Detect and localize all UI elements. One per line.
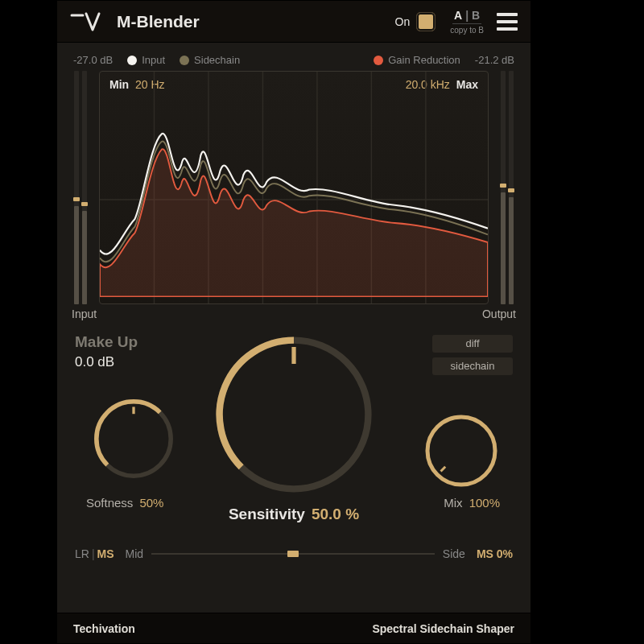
spectrum-row: Min 20 Hz 20.0 kHz Max [57,71,530,304]
logo-icon [70,10,105,33]
footer-bar: Techivation Spectral Sidechain Shaper [57,613,530,643]
input-meter-label: Input [72,308,97,320]
softness-label-group: Softness 50% [86,496,163,510]
spectrum-curves [100,72,488,297]
mix-label-group: Mix 100% [444,496,500,510]
sidechain-listen-button[interactable]: sidechain [432,357,513,375]
gain-reduction-curve [100,149,488,296]
power-label: On [395,15,411,28]
menu-icon[interactable] [497,13,518,31]
input-dot-icon [127,56,137,65]
legend-sidechain: Sidechain [180,54,240,66]
svg-point-12 [427,417,495,485]
legend-input: Input [127,54,165,66]
softness-knob[interactable] [89,394,178,483]
ms-balance-slider[interactable]: Mid Side [126,547,465,560]
output-db-readout: -21.2 dB [475,54,514,66]
mix-value[interactable]: 100% [469,496,500,510]
ms-side-label: Side [443,547,465,560]
ms-slider-track[interactable] [151,553,435,555]
ab-top: A|B [452,9,481,24]
output-meter [497,71,518,304]
footer-tagline: Spectral Sidechain Shaper [372,622,514,635]
plugin-window: M-Blender On A|B copy to B -27.0 dB Inpu… [56,0,531,644]
ab-compare[interactable]: A|B copy to B [450,9,484,35]
ab-slot-a[interactable]: A [454,9,462,22]
legend-gain-reduction: Gain Reduction [374,54,460,66]
makeup-label: Make Up [75,333,138,351]
diff-button[interactable]: diff [432,335,513,353]
controls-section: Make Up 0.0 dB diff sidechain Softness 5… [57,330,530,539]
mix-knob[interactable] [421,411,502,491]
listen-buttons: diff sidechain [432,335,513,375]
ms-row: LR|MS Mid Side MS 0% [57,539,530,560]
softness-label: Softness [86,496,133,510]
ms-slider-handle[interactable] [287,551,299,557]
mix-label: Mix [444,496,462,510]
ab-slot-b[interactable]: B [472,9,480,22]
sensitivity-label-group: Sensitivity 50.0 % [229,506,359,523]
footer-brand: Techivation [73,622,135,635]
makeup-value[interactable]: 0.0 dB [75,354,114,370]
gain-reduction-dot-icon [374,56,383,65]
ab-copy-button[interactable]: copy to B [450,26,484,35]
lrms-toggle[interactable]: LR|MS [75,547,114,560]
svg-line-13 [441,467,446,472]
power-button[interactable] [416,12,436,31]
header-bar: M-Blender On A|B copy to B [57,1,530,43]
spectrum-display[interactable]: Min 20 Hz 20.0 kHz Max [99,71,489,304]
legend-row: -27.0 dB Input Sidechain Gain Reduction … [57,43,530,71]
brand-logo: M-Blender [70,10,200,33]
input-db-readout: -27.0 dB [73,54,113,66]
input-meter [70,71,91,304]
sensitivity-knob[interactable] [209,330,378,499]
ms-value[interactable]: MS 0% [477,547,513,560]
io-labels: Input Output [57,304,530,330]
softness-value[interactable]: 50% [139,496,163,510]
sidechain-dot-icon [180,56,189,65]
sensitivity-label: Sensitivity [229,506,305,523]
ms-mid-label: Mid [126,547,144,560]
output-meter-label: Output [482,308,516,320]
sensitivity-value[interactable]: 50.0 % [312,506,359,523]
app-title: M-Blender [117,12,200,31]
